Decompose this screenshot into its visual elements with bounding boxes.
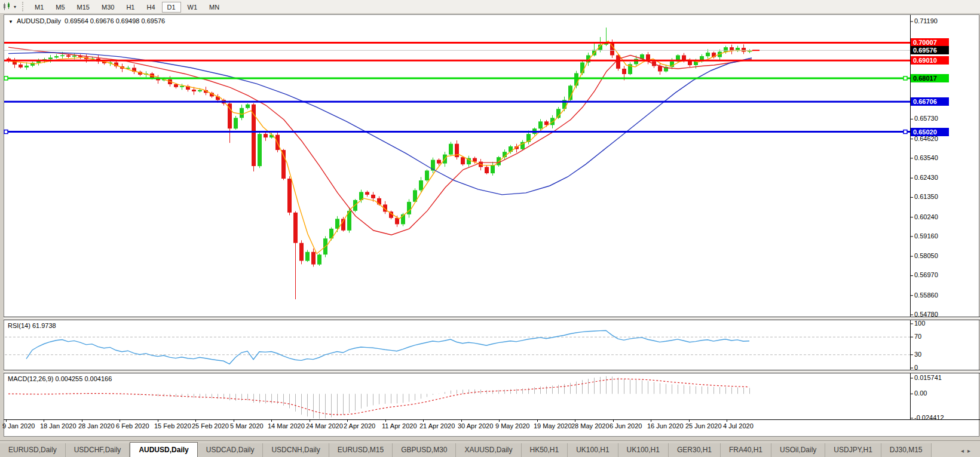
chart-tab-usdchf-daily[interactable]: USDCHF,Daily — [66, 443, 130, 457]
chart-tab-xauusd-daily[interactable]: XAUUSD,Daily — [456, 443, 521, 457]
price-tick-0.62430: 0.62430 — [914, 174, 938, 181]
macd-tick-0.015741: 0.015741 — [914, 374, 942, 381]
date-tick-4-Jul-2020: 4 Jul 2020 — [723, 422, 754, 430]
chart-tab-usoil-daily[interactable]: USOil,Daily — [771, 443, 825, 457]
rsi-label: RSI(14) 61.9738 — [8, 322, 56, 329]
price-tick-0.55860: 0.55860 — [914, 292, 938, 299]
price-tick-0.59160: 0.59160 — [914, 232, 938, 240]
chart-tab-uk100-h1[interactable]: UK100,H1 — [568, 443, 618, 457]
date-tick-28-Jan-2020: 28 Jan 2020 — [78, 422, 115, 430]
timeframe-toolbar: ▾ M1M5M15M30H1H4D1W1MN — [0, 0, 980, 14]
rsi-tick-0: 0 — [914, 364, 918, 371]
mt4-window: ▾ M1M5M15M30H1H4D1W1MN ▼AUDUSD,Daily 0.6… — [0, 0, 980, 457]
chart-tab-ger30-h1[interactable]: GER30,H1 — [669, 443, 721, 457]
toolbar-grip[interactable] — [22, 2, 25, 11]
price-label-0.69576: 0.69576 — [911, 46, 949, 54]
panel-splitter-macd[interactable] — [4, 370, 980, 373]
date-tick-9-Jan-2020: 9 Jan 2020 — [2, 422, 35, 430]
timeframe-button-mn[interactable]: MN — [204, 2, 225, 13]
date-tick-5-Mar-2020: 5 Mar 2020 — [230, 422, 264, 430]
date-tick-2-Apr-2020: 2 Apr 2020 — [344, 422, 375, 430]
chart-type-icon[interactable]: ▾ — [1, 2, 17, 11]
timeframe-button-m30[interactable]: M30 — [96, 2, 120, 13]
price-tick-0.63540: 0.63540 — [914, 154, 938, 161]
price-label-0.70007: 0.70007 — [911, 38, 949, 47]
price-tick-0.54780: 0.54780 — [914, 311, 938, 318]
timeframe-button-d1[interactable]: D1 — [162, 2, 181, 13]
timeframe-buttons: M1M5M15M30H1H4D1W1MN — [29, 1, 225, 12]
date-tick-30-Apr-2020: 30 Apr 2020 — [458, 422, 493, 430]
chart-tab-fra40-h1[interactable]: FRA40,H1 — [721, 443, 771, 457]
date-tick-11-Apr-2020: 11 Apr 2020 — [382, 422, 417, 430]
macd-label: MACD(12,26,9) 0.004255 0.004166 — [8, 375, 112, 382]
chart-tab-gbpusd-m30[interactable]: GBPUSD,M30 — [393, 443, 456, 457]
timeframe-button-m1[interactable]: M1 — [29, 2, 49, 13]
price-tick-0.65730: 0.65730 — [914, 115, 938, 122]
date-tick-6-Jun-2020: 6 Jun 2020 — [610, 422, 642, 430]
tab-scroll-left-icon: ◂ — [961, 447, 967, 454]
macd-tick-0.00: 0.00 — [914, 389, 927, 397]
chevron-down-icon[interactable]: ▾ — [14, 4, 16, 10]
chart-tab-hk50-h1[interactable]: HK50,H1 — [522, 443, 568, 457]
rsi-tick-70: 70 — [914, 333, 921, 340]
date-tick-9-May-2020: 9 May 2020 — [495, 422, 529, 430]
chart-tab-usdcnh-daily[interactable]: USDCNH,Daily — [263, 443, 329, 457]
panel-splitter-rsi[interactable] — [4, 317, 980, 320]
date-tick-15-Feb-2020: 15 Feb 2020 — [154, 422, 191, 430]
price-tick-0.60240: 0.60240 — [914, 213, 938, 220]
date-tick-19-May-2020: 19 May 2020 — [534, 422, 572, 430]
price-label-0.68017: 0.68017 — [911, 74, 949, 82]
date-tick-25-Jun-2020: 25 Jun 2020 — [685, 422, 722, 430]
rsi-tick-100: 100 — [914, 320, 925, 327]
price-label-0.65020: 0.65020 — [911, 128, 949, 136]
chart-tabs: EURUSD,DailyUSDCHF,DailyAUDUSD,DailyUSDC… — [0, 442, 932, 457]
price-tick-0.61350: 0.61350 — [914, 193, 938, 200]
timeframe-button-h1[interactable]: H1 — [121, 2, 140, 13]
chart-tab-uk100-h1[interactable]: UK100,H1 — [618, 443, 669, 457]
timeframe-button-m15[interactable]: M15 — [72, 2, 95, 13]
tab-scroll-arrows[interactable]: ◂▸ — [961, 447, 974, 454]
price-tick-0.71190: 0.71190 — [914, 17, 938, 24]
price-label-0.66706: 0.66706 — [911, 97, 949, 106]
chart-tab-usdcad-daily[interactable]: USDCAD,Daily — [198, 443, 264, 457]
date-tick-24-Mar-2020: 24 Mar 2020 — [306, 422, 343, 430]
chart-tab-dj30-m15[interactable]: DJ30,M15 — [881, 443, 932, 457]
date-tick-21-Apr-2020: 21 Apr 2020 — [419, 422, 455, 430]
chart-tab-usdjpy-h1[interactable]: USDJPY,H1 — [825, 443, 881, 457]
chart-tab-eurusd-daily[interactable]: EURUSD,Daily — [0, 443, 66, 457]
symbol-period: AUDUSD,Daily — [17, 17, 61, 24]
tab-scroll-right-icon: ▸ — [967, 447, 974, 454]
timeframe-button-w1[interactable]: W1 — [182, 2, 203, 13]
ohlc-values: 0.69564 0.69676 0.69498 0.69576 — [65, 17, 165, 24]
date-tick-28-May-2020: 28 May 2020 — [571, 422, 610, 430]
price-label-0.69010: 0.69010 — [911, 56, 949, 65]
chart-tab-audusd-daily[interactable]: AUDUSD,Daily — [130, 442, 197, 457]
chart-title: ▼AUDUSD,Daily 0.69564 0.69676 0.69498 0.… — [8, 17, 165, 24]
rsi-tick-30: 30 — [914, 351, 921, 358]
date-tick-6-Feb-2020: 6 Feb 2020 — [116, 422, 149, 430]
timeframe-button-h4[interactable]: H4 — [141, 2, 160, 13]
price-tick-0.56970: 0.56970 — [914, 271, 938, 278]
timeframe-button-m5[interactable]: M5 — [50, 2, 70, 13]
date-tick-16-Jun-2020: 16 Jun 2020 — [647, 422, 684, 430]
chart-tab-bar: EURUSD,DailyUSDCHF,DailyAUDUSD,DailyUSDC… — [0, 440, 980, 457]
triangle-down-icon: ▼ — [8, 19, 13, 24]
chart-tab-eurusd-m15[interactable]: EURUSD,M15 — [329, 443, 393, 457]
price-tick-0.58050: 0.58050 — [914, 252, 938, 259]
macd-tick--0.024412: -0.024412 — [914, 414, 944, 421]
candlestick-glyph — [2, 2, 12, 11]
date-tick-14-Mar-2020: 14 Mar 2020 — [268, 422, 305, 430]
date-tick-18-Jan-2020: 18 Jan 2020 — [40, 422, 76, 430]
date-tick-25-Feb-2020: 25 Feb 2020 — [192, 422, 229, 430]
